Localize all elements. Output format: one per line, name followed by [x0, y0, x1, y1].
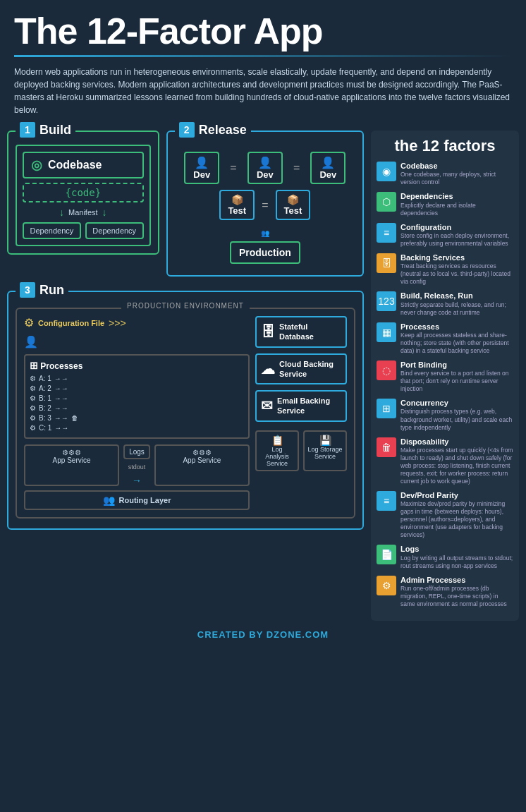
- run-number: 3: [20, 282, 35, 298]
- cog-b3: ⚙: [30, 413, 36, 423]
- cog-a1: ⚙: [30, 374, 36, 384]
- cloud-backing-box: ☁ Cloud Backing Service: [255, 353, 347, 385]
- factor-icon-11: 📄: [377, 545, 396, 564]
- factor-item-9: 🗑 Disposability Make processes start up …: [377, 437, 513, 485]
- config-arrows: >>>: [109, 317, 126, 329]
- cog-b1: ⚙: [30, 394, 36, 404]
- factor-item-2: ⬡ Dependencies Explicitly declare and is…: [377, 192, 513, 217]
- build-label: 1 Build: [16, 122, 75, 138]
- factor-desc-11: Log by writing all output streams to std…: [400, 555, 513, 570]
- factors-panel: the 12 factors ◉ Codebase One codebase, …: [371, 131, 519, 621]
- test-box-2: 📦 Test: [276, 190, 311, 220]
- factor-desc-10: Maximize dev/prod parity by minimizing g…: [400, 500, 513, 539]
- stdout-arrow: →: [132, 475, 142, 486]
- app-service-2: ⚙⚙⚙ App Service: [154, 444, 250, 486]
- arrow-down-1: ↓: [59, 207, 64, 218]
- dev-box-2: 👤 Dev: [247, 152, 283, 184]
- codebase-label: Codebase: [48, 159, 102, 171]
- factor-name-7: Port Binding: [400, 360, 513, 370]
- factor-name-6: Processes: [400, 322, 513, 332]
- header-divider: [14, 55, 512, 57]
- processes-title: ⊞ Processes: [30, 360, 244, 371]
- build-release-row: 1 Build ◎ Codebase {code} ↓ Manifest ↓: [7, 131, 364, 284]
- footer-text: CREATED BY DZONE.COM: [197, 629, 329, 640]
- factor-icon-5: 123: [377, 291, 396, 311]
- factor-icon-12: ⚙: [377, 576, 396, 595]
- factor-item-11: 📄 Logs Log by writing all output streams…: [377, 545, 513, 569]
- factor-name-10: Dev/Prod Parity: [400, 491, 513, 500]
- factor-text-2: Dependencies Explicitly declare and isol…: [400, 192, 513, 217]
- dev-label-2: Dev: [255, 169, 276, 180]
- arrow-a2: →→: [54, 384, 68, 394]
- factor-desc-2: Explicitly declare and isolate dependenc…: [400, 202, 513, 217]
- release-title: Release: [199, 123, 247, 138]
- factor-icon-1: ◉: [377, 162, 396, 181]
- factor-icon-4: 🗄: [377, 253, 396, 273]
- code-box: {code}: [23, 183, 144, 202]
- factor-name-1: Codebase: [400, 162, 513, 171]
- build-number: 1: [20, 122, 35, 138]
- log-services: 📋 Log Analysis Service 💾 Log Storage Ser…: [255, 430, 347, 471]
- log-storage-label: Log Storage Service: [307, 446, 343, 460]
- dev-box-1: 👤 Dev: [184, 152, 219, 184]
- email-backing-box: ✉ Email Backing Service: [255, 390, 347, 422]
- log-analysis-label: Log Analysis Service: [259, 446, 295, 467]
- factor-name-3: Configuration: [400, 223, 513, 232]
- arrow-b1: →→: [54, 394, 68, 404]
- factor-name-8: Concurrency: [400, 399, 513, 408]
- factor-icon-8: ⊞: [377, 399, 396, 418]
- dev-label-3: Dev: [317, 169, 338, 180]
- release-number: 2: [179, 122, 195, 138]
- email-backing-label: Email Backing Service: [277, 396, 341, 416]
- release-column: 2 Release 👤 Dev = 👤 Dev: [166, 131, 364, 284]
- factor-name-2: Dependencies: [400, 192, 513, 201]
- arrow-a1: →→: [54, 374, 68, 384]
- dev-label-1: Dev: [191, 169, 212, 180]
- run-right: 🗄 Stateful Database ☁ Cloud Backing Serv…: [255, 316, 347, 510]
- factor-desc-4: Treat backing services as resources (neu…: [400, 262, 513, 286]
- processes-label: Processes: [40, 361, 82, 371]
- release-arrow: 👥: [179, 226, 351, 238]
- mail-icon: ✉: [261, 397, 273, 414]
- factor-text-3: Configuration Store config in each deplo…: [400, 223, 513, 248]
- manifest-label: Manifest: [68, 208, 98, 217]
- factor-desc-5: Strictly separate build, release, and ru…: [400, 301, 513, 317]
- factor-item-12: ⚙ Admin Processes Run one-off/admin proc…: [377, 576, 513, 608]
- factor-desc-1: One codebase, many deploys, strict versi…: [400, 171, 513, 186]
- process-b2: ⚙ B: 2 →→: [30, 404, 244, 413]
- app-services-row: ⚙⚙⚙ App Service Logs stdout → ⚙⚙⚙ App Se…: [24, 444, 250, 486]
- process-b1: ⚙ B: 1 →→: [30, 394, 244, 404]
- main-content: 1 Build ◎ Codebase {code} ↓ Manifest ↓: [0, 131, 526, 621]
- arrow-b2: →→: [54, 404, 68, 413]
- right-panel: the 12 factors ◉ Codebase One codebase, …: [371, 131, 519, 621]
- factor-text-9: Disposability Make processes start up qu…: [400, 437, 513, 485]
- process-b3: ⚙ B: 3 →→ 🗑: [30, 413, 244, 423]
- app-service-label-1: App Service: [28, 456, 115, 464]
- build-section: 1 Build ◎ Codebase {code} ↓ Manifest ↓: [7, 131, 159, 255]
- release-label: 2 Release: [175, 122, 251, 138]
- factor-desc-3: Store config in each deploy environment,…: [400, 232, 513, 248]
- factor-item-4: 🗄 Backing Services Treat backing service…: [377, 253, 513, 286]
- build-title: Build: [39, 123, 71, 138]
- logs-box: Logs: [123, 444, 150, 459]
- factor-text-1: Codebase One codebase, many deploys, str…: [400, 162, 513, 186]
- dependency-1: Dependency: [23, 222, 81, 239]
- factor-item-7: ◌ Port Binding Bind every service to a p…: [377, 360, 513, 393]
- stateful-db-box: 🗄 Stateful Database: [255, 316, 347, 348]
- app-service-label-2: App Service: [159, 456, 245, 464]
- factor-icon-7: ◌: [377, 360, 396, 380]
- factor-text-10: Dev/Prod Parity Maximize dev/prod parity…: [400, 491, 513, 539]
- factor-item-8: ⊞ Concurrency Distinguish process types …: [377, 399, 513, 431]
- factor-text-7: Port Binding Bind every service to a por…: [400, 360, 513, 393]
- processes-box: ⊞ Processes ⚙ A: 1 →→ ⚙ A: 2: [24, 354, 250, 439]
- config-label: Configuration File: [38, 319, 104, 327]
- manifest-row: ↓ Manifest ↓: [23, 207, 144, 218]
- dev-box-3: 👤 Dev: [310, 152, 345, 184]
- test-row: 📦 Test = 📦 Test: [179, 190, 351, 220]
- factor-desc-12: Run one-off/admin processes (db migratio…: [400, 585, 513, 608]
- process-c1: ⚙ C: 1 →→: [30, 423, 244, 433]
- header: The 12-Factor App Modern web application…: [0, 0, 526, 131]
- dev-row: 👤 Dev = 👤 Dev = 👤 Dev: [179, 152, 351, 184]
- factor-icon-9: 🗑: [377, 437, 396, 457]
- routing-label: Routing Layer: [119, 496, 171, 504]
